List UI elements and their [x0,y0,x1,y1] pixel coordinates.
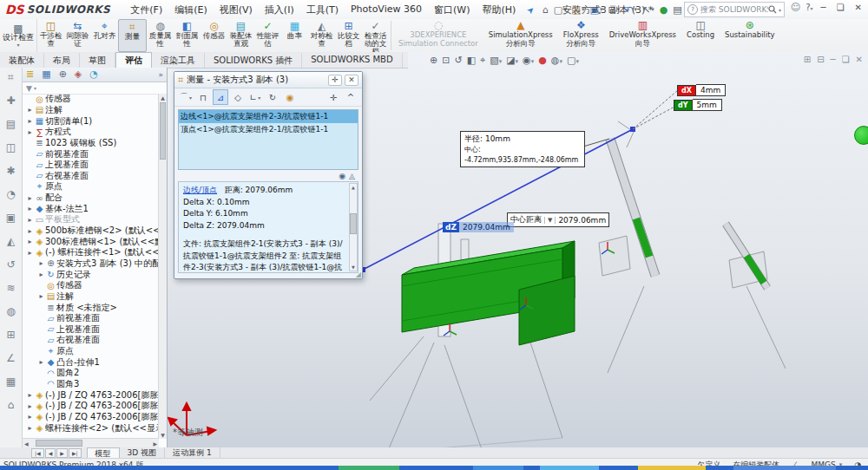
dock-tool-4-icon[interactable]: ◫ [6,141,16,165]
scrollbar-thumb[interactable] [36,440,82,447]
tree-item-14[interactable]: ▸◈(-) 螺杆连接件<1> (默认<<默认>_显示状态 1>) [23,247,159,258]
dimxpert-tab[interactable]: ◈ [75,69,82,81]
ribbon-xpress-2[interactable]: ❖FloXpress分析向导 [558,19,604,52]
tree-item-7[interactable]: ▱右视基准面 [23,170,159,181]
dock-tool-11-icon[interactable]: ◍ [6,305,15,329]
expand-arrow-icon[interactable]: ▸ [26,117,34,125]
bottom-tab-1[interactable]: 3D 视图 [120,447,166,458]
tree-item-3[interactable]: ▸∑方程式 [23,127,159,138]
ribbon-tool-6[interactable]: ◎传感器 [201,19,227,52]
dock-tool-13-icon[interactable]: ∠ [6,352,16,375]
ribbon-tool-design-checker[interactable]: ▩ 设计检查 ▾ [0,19,37,52]
expand-arrow-icon[interactable]: ▸ [37,292,45,300]
dock-tool-15-icon[interactable]: ⌂ [8,399,15,422]
tree-item-17[interactable]: ◎传感器 [23,280,159,291]
tree-vertical-scrollbar[interactable]: ▲ ▼ [158,94,167,439]
ribbon-tool-5[interactable]: ◧剖面属性 [174,19,201,52]
expand-arrow-icon[interactable]: ▸ [26,205,34,212]
tree-item-6[interactable]: ▱上视基准面 [23,160,159,171]
expand-arrow-icon[interactable]: ▸ [26,216,34,224]
scrollbar-thumb[interactable] [160,102,166,160]
zoom-area-icon[interactable]: ⊡ [442,55,450,66]
create-sensor-icon[interactable]: ◉ [282,89,298,105]
display-style-icon[interactable]: ◪▾ [506,55,518,66]
results-scrollbar[interactable]: ▲ ▼ [349,183,358,271]
tree-item-0[interactable]: ◎传感器 [23,94,159,105]
bottom-tab-2[interactable]: 运动算例 1 [165,447,220,458]
search-box[interactable]: ? 搜索 SOLIDWORKS 帮助 ▾ [684,2,785,17]
measurement-history-icon[interactable]: ↻ [265,89,280,105]
measure-dialog[interactable]: ⌗ 测量 - 安装方式3 副本 (3) ✛ ✕ ⌒▾⊓⊿◇∟▾↻◉✛^ 边线<1… [174,71,363,279]
media-button-3[interactable]: ▶| [69,448,82,458]
media-button-2[interactable]: ▶ [56,448,68,458]
tree-item-22[interactable]: ▱右视基准面 [23,335,159,346]
selection-item-1[interactable]: 顶点<1>@抗震支架组件2-1/抗震铰链1-1 [179,123,358,136]
measured-pair-link[interactable]: 边线/顶点 [183,186,217,194]
ribbon-tool-8[interactable]: ✓性能评估 [254,19,281,52]
scroll-right-icon[interactable]: ▶ [153,441,157,447]
expand-arrow-icon[interactable]: ▸ [26,391,34,399]
ribbon-tool-10[interactable]: ◭对称检查 [308,19,335,52]
command-tab-1[interactable]: 布局 [44,53,80,68]
expand-arrow-icon[interactable]: ▸ [26,227,34,235]
expand-arrow-icon[interactable]: ▸ [26,413,34,421]
dock-tool-8-icon[interactable]: ◭ [7,235,15,258]
tree-item-4[interactable]: ≣1023 碳钢板 (SS) [23,138,159,149]
dock-tool-1-icon[interactable]: ⌗ [8,71,14,95]
tree-item-8[interactable]: ⌖原点 [23,181,159,193]
menu-item-4[interactable]: 工具(T) [300,1,345,19]
tree-item-28[interactable]: ▸◈(-) JB / ZQ 4763-2006[膨胀螺栓M12 [23,401,159,412]
command-tab-3[interactable]: 评估 [115,52,152,68]
zoom-fit-icon[interactable]: ⊕ [430,55,437,66]
dock-tool-3-icon[interactable]: ▤ [6,118,16,141]
menu-item-1[interactable]: 编辑(E) [168,1,214,19]
expand-arrow-icon[interactable]: ▸ [26,106,34,114]
expand-arrow-icon[interactable]: ▸ [26,128,34,136]
ribbon-tool-3[interactable]: ⌗测量 [118,19,147,52]
units-precision-icon[interactable]: ⊓ [195,89,211,105]
close-window-icon[interactable]: ✕ [852,3,865,12]
restore-window-icon[interactable]: ❏ [834,3,847,12]
search-caret-icon[interactable]: ▾ [779,7,781,13]
scroll-down-icon[interactable]: ▼ [350,264,357,270]
command-tab-4[interactable]: 渲染工具 [152,53,205,68]
tree-item-23[interactable]: ⌖原点 [23,346,159,357]
scroll-up-icon[interactable]: ▲ [350,185,357,190]
expand-arrow-icon[interactable]: ▸ [37,271,45,278]
scroll-up-icon[interactable]: ▲ [159,95,167,101]
restore-document-icon[interactable]: ❏ [842,55,850,64]
edit-appearance-icon[interactable]: ● [538,55,547,66]
close-document-icon[interactable]: ✕ [856,55,863,64]
property-manager-tab[interactable]: ▦ [42,69,50,81]
expand-arrow-icon[interactable]: ▸ [37,358,45,366]
ribbon-tool-2[interactable]: ⌖孔对齐 [91,19,118,52]
tree-item-20[interactable]: ▱前视基准面 [23,313,159,324]
tree-item-5[interactable]: ▱前视基准面 [23,148,159,160]
tree-item-19[interactable]: ≣材质 <未指定> [23,302,159,313]
tree-item-30[interactable]: ▸◈螺杆连接件<2> (默认<<显示状态 1>) [23,422,159,434]
tree-item-11[interactable]: ▸▭平板型式 [23,214,159,225]
expand-arrow-icon[interactable]: ▸ [26,238,34,245]
dialog-resize-grip[interactable]: ◢ [356,271,361,278]
tree-item-10[interactable]: ▸◆基体-法兰1 [23,203,159,214]
measure-selection-list[interactable]: 边线<1>@抗震支架组件2-3/抗震铰链1-1顶点<1>@抗震支架组件2-1/抗… [178,109,358,170]
expand-arrow-icon[interactable]: ▸ [26,249,34,257]
ribbon-xpress-1[interactable]: ▲SimulationXpress分析向导 [483,19,558,52]
tree-item-2[interactable]: ▸▦切割清单(1) [23,115,159,127]
search-icon[interactable] [768,5,777,14]
tree-item-27[interactable]: ▸◈(-) JB / ZQ 4763-2006[膨胀螺栓M12 [23,389,159,401]
dock-tool-14-icon[interactable]: ▦ [6,375,16,399]
dock-tool-6-icon[interactable]: ◔ [6,188,15,212]
show-xyz-icon[interactable]: ⊿ [213,89,228,105]
command-tab-2[interactable]: 草图 [80,53,115,68]
dock-tool-9-icon[interactable]: ↺ [6,258,15,282]
filter-caret-icon[interactable]: ▾ [34,85,36,91]
expand-arrow-icon[interactable]: ▸ [26,402,34,410]
previous-view-icon[interactable]: ↺ [454,55,462,66]
expand-arrow-icon[interactable]: ▸ [26,424,34,432]
media-button-1[interactable]: ◀ [45,448,56,458]
ribbon-tool-4[interactable]: ◍质量属性 [147,19,174,52]
tree-item-18[interactable]: ▸▤注解 [23,291,159,303]
tree-item-13[interactable]: ▸◈300标准槽钢<1> (默认<<默认>_显示状态 1>) [23,236,159,247]
command-tab-0[interactable]: 装配体 [0,53,44,68]
